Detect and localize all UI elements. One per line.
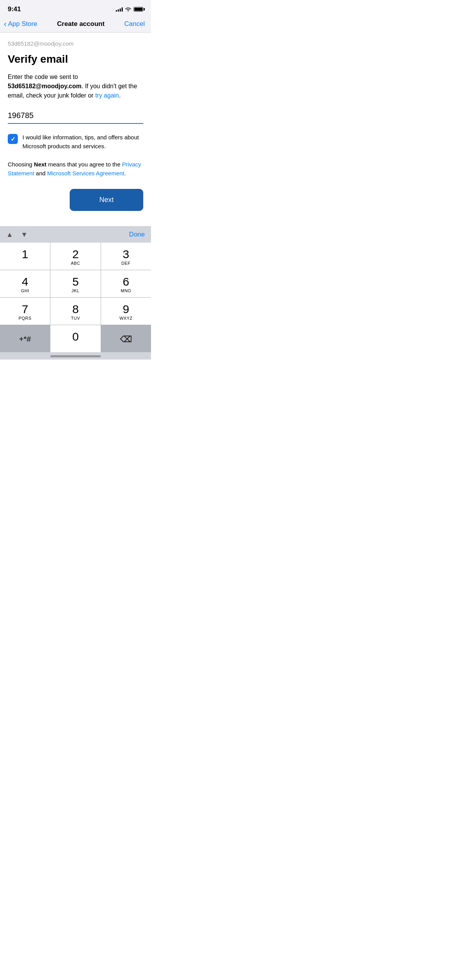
checkbox-label: I would like information, tips, and offe… (22, 133, 143, 151)
keyboard-prev-button[interactable]: ▲ (6, 231, 13, 239)
agreement-text: Choosing Next means that you agree to th… (8, 160, 143, 178)
numpad-backspace-button[interactable]: ⌫ (101, 325, 151, 352)
battery-icon (134, 7, 143, 12)
next-button[interactable]: Next (70, 189, 143, 211)
signal-bars-icon (116, 7, 123, 12)
numpad-key-5[interactable]: 5 JKL (50, 270, 100, 297)
try-again-link[interactable]: try again (95, 92, 119, 99)
marketing-checkbox[interactable]: ✓ (8, 134, 18, 144)
back-button[interactable]: ‹ App Store (4, 19, 37, 28)
cancel-button[interactable]: Cancel (124, 20, 145, 28)
numpad: 1 2 ABC 3 DEF 4 GHI 5 JKL 6 MNO 7 PQRS 8… (0, 243, 151, 352)
numpad-3-label: 3 (123, 248, 129, 260)
status-time: 9:41 (8, 5, 21, 13)
keyboard-next-button[interactable]: ▼ (21, 231, 28, 239)
checkmark-icon: ✓ (10, 135, 15, 143)
next-button-row: Next (8, 189, 143, 211)
numpad-key-7[interactable]: 7 PQRS (0, 298, 50, 325)
backspace-icon: ⌫ (120, 334, 132, 344)
instruction-email: 53d65182@moodjoy.com (8, 83, 81, 89)
numpad-2-label: 2 (72, 248, 79, 260)
numpad-1-label: 1 (22, 248, 28, 260)
nav-bar: ‹ App Store Create account Cancel (0, 15, 151, 33)
main-content: 53d65182@moodjoy.com Verify email Enter … (0, 33, 151, 211)
numpad-key-6[interactable]: 6 MNO (101, 270, 151, 297)
numpad-key-2[interactable]: 2 ABC (50, 243, 100, 270)
numpad-key-0[interactable]: 0 (50, 325, 100, 352)
code-input[interactable] (8, 108, 143, 123)
status-bar: 9:41 (0, 0, 151, 15)
numpad-9-label: 9 (123, 303, 129, 315)
numpad-key-8[interactable]: 8 TUV (50, 298, 100, 325)
checkbox-row: ✓ I would like information, tips, and of… (8, 133, 143, 151)
wifi-icon (125, 6, 131, 12)
numpad-key-1[interactable]: 1 (0, 243, 50, 270)
back-label: App Store (8, 20, 38, 28)
numpad-key-3[interactable]: 3 DEF (101, 243, 151, 270)
home-indicator (0, 352, 151, 360)
instruction-text: Enter the code we sent to 53d65182@moodj… (8, 72, 143, 100)
status-icons (116, 6, 143, 12)
numpad-symbols-label: +*# (19, 335, 31, 344)
code-input-container (8, 108, 143, 124)
numpad-7-label: 7 (22, 303, 28, 315)
numpad-5-label: 5 (72, 276, 79, 288)
page-title: Verify email (8, 53, 143, 65)
services-agreement-link[interactable]: Microsoft Services Agreement (47, 170, 124, 176)
keyboard-toolbar: ▲ ▼ Done (0, 226, 151, 243)
keyboard-done-button[interactable]: Done (129, 231, 145, 238)
partial-email: 53d65182@moodjoy.com (8, 40, 143, 47)
numpad-key-4[interactable]: 4 GHI (0, 270, 50, 297)
numpad-8-label: 8 (72, 303, 79, 315)
numpad-4-label: 4 (22, 276, 28, 288)
chevron-left-icon: ‹ (4, 19, 7, 28)
nav-title: Create account (37, 20, 124, 28)
chevron-down-icon: ▼ (21, 231, 28, 238)
numpad-key-symbols[interactable]: +*# (0, 325, 50, 352)
numpad-0-label: 0 (72, 331, 79, 343)
keyboard-nav: ▲ ▼ (6, 231, 28, 239)
home-bar (50, 355, 101, 357)
numpad-6-label: 6 (123, 276, 129, 288)
numpad-key-9[interactable]: 9 WXYZ (101, 298, 151, 325)
chevron-up-icon: ▲ (6, 231, 13, 238)
